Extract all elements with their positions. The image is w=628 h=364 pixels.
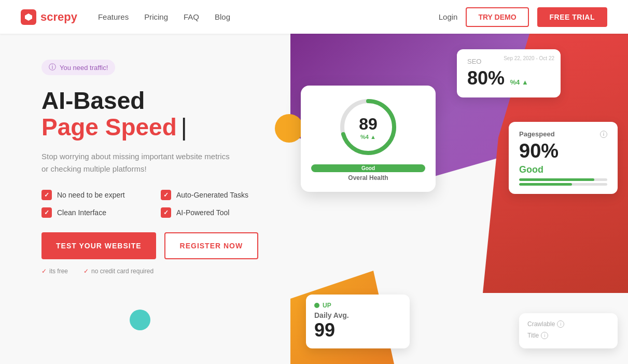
progress-bar-2	[519, 183, 607, 186]
progress-bar-1	[519, 178, 607, 181]
card-seo-change: %4 ▲	[510, 78, 528, 86]
card-ps-good: Good	[519, 164, 607, 175]
title-label: Title i	[527, 332, 609, 339]
card-ps-title: Pagespeed i	[519, 130, 607, 138]
good-badge: Good	[311, 164, 425, 172]
crawlable-title-text: Crawlable	[527, 320, 555, 328]
progress-fill-1	[519, 178, 594, 181]
card-seo: Sep 22, 2020 - Oct 22 SEO 80% %4 ▲	[457, 49, 561, 97]
card-seo-date: Sep 22, 2020 - Oct 22	[504, 55, 554, 61]
test-website-button[interactable]: TEST YOUR WEBSITE	[41, 232, 156, 259]
cta-notes: its free no credit card required	[41, 268, 270, 275]
cta-note-no-card-text: no credit card required	[91, 268, 153, 275]
check-icon-1	[41, 190, 52, 200]
overall-health-change: %4 ▲	[359, 134, 378, 140]
free-trial-button[interactable]: FREE TRIAL	[537, 7, 607, 27]
up-badge: UP	[314, 302, 401, 309]
check-icon-2	[161, 190, 171, 200]
circle-chart: 89 %4 ▲	[337, 96, 399, 158]
card-pagespeed: Pagespeed i 90% Good	[509, 122, 618, 194]
logo-icon	[21, 9, 36, 25]
overall-label: Overal Health	[311, 174, 425, 181]
nav-blog[interactable]: Blog	[215, 12, 230, 21]
crawlable-info-icon: i	[557, 320, 564, 328]
login-button[interactable]: Login	[439, 12, 458, 21]
navbar: screpy Features Pricing FAQ Blog Login T…	[0, 0, 628, 34]
check-icon-4	[161, 207, 171, 218]
card-crawlable: Crawlable i Title i	[519, 313, 618, 348]
navbar-right: Login TRY DEMO FREE TRIAL	[439, 7, 607, 27]
card-ps-title-text: Pagespeed	[519, 130, 555, 138]
progress-fill-2	[519, 183, 572, 186]
crawlable-title: Crawlable i	[527, 320, 609, 328]
hero-section: ⓘ You need traffic! AI-Based Page Speed …	[0, 34, 628, 364]
feature-no-expert: No need to be expert	[41, 190, 150, 200]
feature-label-4: AI-Powered Tool	[176, 208, 229, 217]
nav-faq[interactable]: FAQ	[184, 12, 199, 21]
badge-text: You need traffic!	[60, 64, 108, 72]
card-daily: UP Daily Avg. 99	[306, 295, 410, 348]
try-demo-button[interactable]: TRY DEMO	[466, 7, 528, 27]
hero-content: ⓘ You need traffic! AI-Based Page Speed …	[0, 34, 290, 364]
hero-subtitle: Stop worrying about missing important we…	[41, 150, 239, 175]
cta-buttons: TEST YOUR WEBSITE REGISTER NOW	[41, 232, 270, 259]
cta-note-no-card: no credit card required	[83, 268, 153, 275]
daily-title: Daily Avg.	[314, 311, 401, 319]
card-seo-row: 80% %4 ▲	[467, 67, 550, 89]
register-now-button[interactable]: REGISTER NOW	[164, 232, 259, 259]
navbar-left: screpy Features Pricing FAQ Blog	[21, 9, 230, 25]
traffic-badge: ⓘ You need traffic!	[41, 60, 115, 75]
progress-bars	[519, 178, 607, 186]
daily-value: 99	[314, 319, 401, 341]
logo[interactable]: screpy	[21, 9, 77, 25]
info-badge-icon: ⓘ	[49, 63, 56, 72]
hero-title-line2: Page Speed |	[41, 114, 270, 141]
logo-text: screpy	[40, 10, 77, 24]
feature-auto-tasks: Auto-Generated Tasks	[161, 190, 270, 200]
circle-value: 89 %4 ▲	[359, 115, 378, 140]
up-dot	[314, 303, 319, 308]
cursor: |	[181, 114, 187, 141]
feature-label-2: Auto-Generated Tasks	[176, 191, 248, 199]
title-line2-text: Page Speed	[41, 114, 177, 141]
feature-label-3: Clean Interface	[57, 208, 106, 217]
feature-clean-interface: Clean Interface	[41, 207, 150, 218]
feature-ai-powered: AI-Powered Tool	[161, 207, 270, 218]
up-text: UP	[323, 302, 331, 309]
hero-title-line1: AI-Based	[41, 88, 270, 114]
cta-note-free: its free	[41, 268, 68, 275]
nav-pricing[interactable]: Pricing	[144, 12, 168, 21]
card-overall-health: 89 %4 ▲ Good Overal Health	[301, 86, 436, 192]
title-info-icon: i	[541, 332, 548, 339]
nav-features[interactable]: Features	[98, 12, 129, 21]
overall-health-num: 89	[359, 115, 378, 134]
card-seo-value: 80%	[467, 67, 505, 89]
feature-label-1: No need to be expert	[57, 191, 125, 199]
pagespeed-info-icon: i	[600, 131, 607, 138]
hero-visual: 89 %4 ▲ Good Overal Health Sep 22, 2020 …	[290, 34, 628, 364]
title-label-text: Title	[527, 332, 539, 339]
nav-links: Features Pricing FAQ Blog	[98, 12, 230, 21]
card-ps-value: 90%	[519, 140, 607, 162]
check-icon-3	[41, 207, 52, 218]
cta-note-free-text: its free	[49, 268, 68, 275]
features-list: No need to be expert Auto-Generated Task…	[41, 190, 270, 218]
